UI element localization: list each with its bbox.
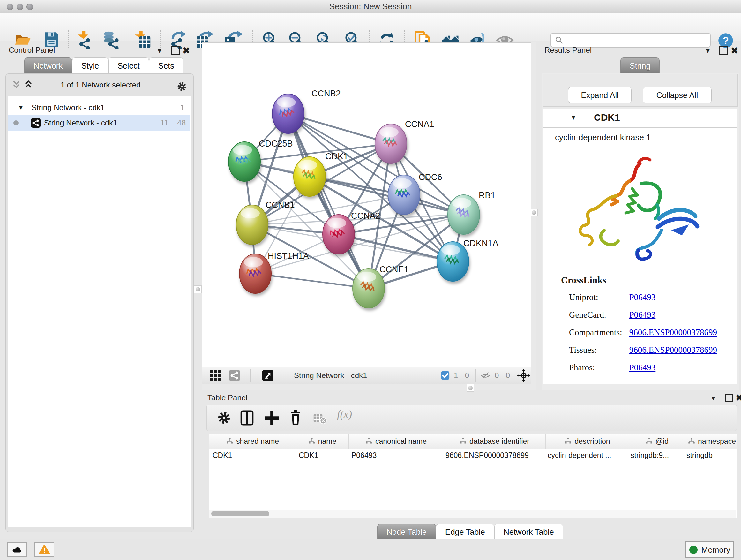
crosslink-link[interactable]: P06493 <box>629 310 656 320</box>
cell-shared-name[interactable]: CDK1 <box>209 451 295 460</box>
tab-node-table[interactable]: Node Table <box>377 523 436 540</box>
table-options-gear-icon[interactable] <box>216 410 232 426</box>
node-CDC25B[interactable] <box>228 142 260 181</box>
column-header-description[interactable]: description <box>546 434 629 449</box>
network-selection-status: 1 of 1 Network selected <box>38 80 163 89</box>
node-CCNE1[interactable] <box>353 268 385 308</box>
search-input[interactable] <box>564 35 710 46</box>
node-label-CCNE1: CCNE1 <box>380 265 409 274</box>
column-header-namespace[interactable]: namespace <box>685 434 737 449</box>
toolbar-separator <box>250 369 251 382</box>
cell--id[interactable]: stringdb:9... <box>627 451 683 460</box>
fit-crosshair-icon[interactable] <box>517 369 530 382</box>
show-columns-icon[interactable] <box>239 410 255 426</box>
table-panel-float-button[interactable] <box>725 394 733 402</box>
window-minimize-button[interactable] <box>17 3 23 10</box>
node-CCNB2[interactable] <box>272 94 304 133</box>
node-details-header[interactable]: ▼ CDK1 <box>543 109 737 128</box>
edge-HIST1H1A-CCNE1[interactable] <box>255 273 368 288</box>
tab-sets[interactable]: Sets <box>149 57 184 74</box>
memory-button[interactable]: Memory <box>685 542 734 558</box>
node-CDC6[interactable] <box>388 175 420 214</box>
network-badge-icon[interactable] <box>228 369 241 381</box>
toolbar-separator <box>160 30 161 50</box>
crosslink-link[interactable]: P06493 <box>629 293 656 302</box>
column-header--id[interactable]: @id <box>629 434 685 449</box>
import-network-file-button[interactable] <box>74 30 93 50</box>
column-header-database-identifier[interactable]: database identifier <box>443 434 546 449</box>
table-panel-close-button[interactable]: ✖ <box>736 393 741 403</box>
cloud-button[interactable] <box>7 543 27 557</box>
horizontal-splitter[interactable] <box>202 384 531 390</box>
annotation-mode-icon[interactable] <box>262 369 274 381</box>
birdseye-grid-icon[interactable] <box>209 369 221 381</box>
cell-name[interactable]: CDK1 <box>295 451 348 460</box>
import-table-file-button[interactable] <box>132 30 152 50</box>
tab-network[interactable]: Network <box>24 57 72 74</box>
node-CCNA2[interactable] <box>323 214 354 254</box>
window-close-button[interactable] <box>7 3 13 10</box>
create-column-icon[interactable] <box>264 410 280 426</box>
node-HIST1H1A[interactable] <box>239 254 271 294</box>
crosslink-label: GeneCard: <box>569 310 627 320</box>
control-panel-menu-icon[interactable]: ▼ <box>156 47 163 55</box>
crosslink-link[interactable]: 9606.ENSP00000378699 <box>629 327 717 337</box>
cell-canonical-name[interactable]: P06493 <box>348 451 442 460</box>
cell-namespace[interactable]: stringdb <box>683 451 737 460</box>
collapse-all-tree-icon[interactable] <box>11 79 22 90</box>
import-network-database-button[interactable] <box>101 30 121 50</box>
control-panel-float-button[interactable] <box>171 46 180 55</box>
crosslink-row: GeneCard: P06493 <box>569 310 656 320</box>
node-description: cyclin-dependent kinase 1 <box>555 132 651 142</box>
hscrollbar-thumb[interactable] <box>211 511 269 516</box>
section-collapse-icon[interactable]: ▼ <box>570 114 577 121</box>
selected-checkbox-icon[interactable] <box>441 371 450 380</box>
node-label-CCNA2: CCNA2 <box>351 211 381 221</box>
cell-database-identifier[interactable]: 9606.ENSP00000378699 <box>442 451 544 460</box>
network-row[interactable]: String Network - cdk1 11 48 <box>8 115 190 131</box>
crosslink-row: Uniprot: P06493 <box>569 293 656 302</box>
table-hscrollbar[interactable] <box>209 509 736 517</box>
node-table[interactable]: shared name name canonical name database… <box>209 434 737 518</box>
edge-CCNB2-CCNE1[interactable] <box>288 114 368 288</box>
table-panel-menu-icon[interactable]: ▼ <box>710 395 717 402</box>
table-row[interactable]: CDK1CDK1P064939606.ENSP00000378699cyclin… <box>209 449 737 462</box>
node-CCNA1[interactable] <box>375 124 407 164</box>
tree-expander-icon[interactable]: ▼ <box>18 104 24 111</box>
results-panel-close-button[interactable]: ✖ <box>731 45 738 56</box>
right-splitter-handle[interactable] <box>530 209 538 216</box>
network-canvas[interactable]: CCNB2 CCNA1 CDC25B CDK1 CDC6 RB1 CCNB1 C… <box>202 43 531 367</box>
control-panel-close-button[interactable]: ✖ <box>183 45 190 56</box>
node-label-CCNB2: CCNB2 <box>312 89 341 98</box>
column-header-name[interactable]: name <box>296 434 349 449</box>
crosslink-link[interactable]: P06493 <box>629 363 656 372</box>
column-header-canonical-name[interactable]: canonical name <box>349 434 443 449</box>
collapse-all-button[interactable]: Collapse All <box>643 87 712 104</box>
node-label-HIST1H1A: HIST1H1A <box>268 251 309 261</box>
expand-all-tree-icon[interactable] <box>23 79 34 90</box>
table-header-row: shared name name canonical name database… <box>209 434 737 449</box>
window-zoom-button[interactable] <box>26 3 33 10</box>
import-network-database-icon <box>102 30 120 49</box>
column-header-shared-name[interactable]: shared name <box>209 434 296 449</box>
expand-all-button[interactable]: Expand All <box>568 87 631 104</box>
results-panel-float-button[interactable] <box>719 46 728 55</box>
node-CDK1[interactable] <box>293 157 326 196</box>
tab-style[interactable]: Style <box>72 57 109 74</box>
tab-network-table[interactable]: Network Table <box>494 523 563 540</box>
cell-description[interactable]: cyclin-dependent ... <box>544 451 627 460</box>
node-CCNB1[interactable] <box>236 205 268 245</box>
warnings-button[interactable] <box>35 543 54 557</box>
tab-string[interactable]: String <box>620 57 660 74</box>
network-collection-row[interactable]: ▼ String Network - cdk1 1 <box>8 100 190 115</box>
results-panel-menu-icon[interactable]: ▼ <box>704 47 711 55</box>
left-splitter-handle[interactable] <box>194 286 202 293</box>
crosslink-link[interactable]: 9606.ENSP00000378699 <box>629 345 717 355</box>
memory-label: Memory <box>701 545 730 555</box>
tab-select[interactable]: Select <box>108 57 149 74</box>
delete-column-icon[interactable] <box>287 410 304 426</box>
network-options-gear-icon[interactable] <box>176 80 188 92</box>
column-header-label: database identifier <box>469 437 529 446</box>
tab-edge-table[interactable]: Edge Table <box>436 523 494 540</box>
node-RB1[interactable] <box>448 195 480 234</box>
